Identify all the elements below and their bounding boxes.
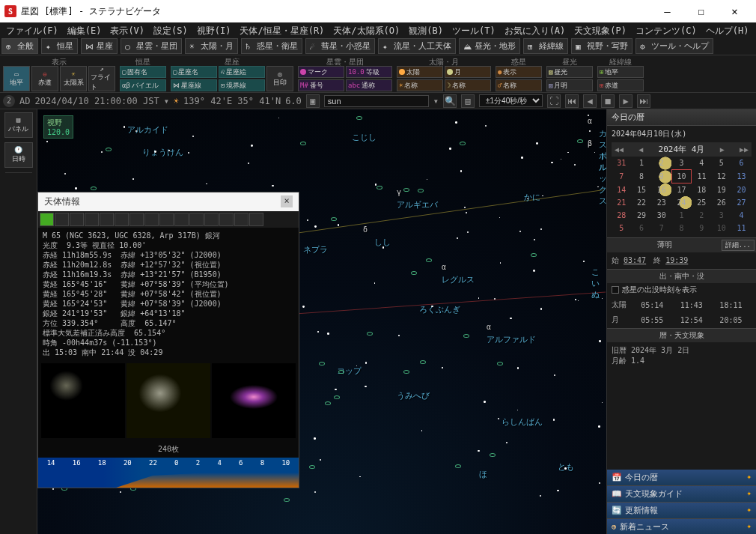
coords[interactable]: 139° 42'E 35° 41'N (183, 96, 281, 106)
btn-moonname[interactable]: ☽名称 (445, 79, 491, 91)
now-icon[interactable]: ☀ (174, 96, 179, 106)
tab-daylight[interactable]: ⛰昼光・地形 (459, 38, 520, 54)
btn-moon[interactable]: 月 (445, 66, 491, 78)
close-button[interactable]: ✕ (718, 0, 752, 22)
info-tb-6[interactable] (115, 213, 129, 226)
btn-horizon[interactable]: ▭地平 (3, 66, 30, 91)
btn-boundary[interactable]: ⊡境界線 (219, 79, 265, 91)
play-button[interactable]: ▶ (619, 94, 632, 108)
btn-propername[interactable]: ▢固有名 (120, 66, 166, 78)
menu-phenom[interactable]: 天文現象(P) (571, 24, 630, 38)
btn-solarsys[interactable]: ☀太陽系 (60, 66, 87, 91)
btn-flight[interactable]: ↗フライト (88, 66, 115, 91)
cal-next-month[interactable]: ▶ (720, 145, 725, 154)
link-news[interactable]: ⊕新着ニュース✦ (607, 519, 756, 534)
thumb-2[interactable] (126, 363, 210, 438)
altitude-timeline[interactable]: 14161820220246810 (38, 458, 299, 488)
menu-edit[interactable]: 編集(E) (64, 24, 105, 38)
tab-neb[interactable]: ◯星雲・星団 (121, 38, 182, 54)
menu-objects[interactable]: 天体/恒星・星座(R) (237, 24, 327, 38)
menu-tools[interactable]: ツール(T) (449, 24, 499, 38)
btn-nebname[interactable]: abc通称 (346, 79, 392, 91)
menu-settings[interactable]: 設定(S) (150, 24, 191, 38)
btn-constline[interactable]: ⋈星座線 (171, 79, 217, 91)
btn-nebmark[interactable]: マーク (298, 66, 344, 78)
btn-nebnum[interactable]: M#番号 (298, 79, 344, 91)
ffwd-button[interactable]: ⏭ (637, 94, 650, 108)
list-button[interactable]: ▤ (461, 94, 475, 108)
info-close-button[interactable]: × (281, 195, 293, 207)
speed-select[interactable]: ±1分40秒/秒 (479, 94, 543, 107)
info-tb-9[interactable] (159, 213, 174, 226)
tab-toolhelp[interactable]: ⚙ツール・ヘルプ (635, 38, 713, 54)
dropdown-icon[interactable]: ▾ (164, 96, 169, 106)
btn-bayer[interactable]: αβバイエル (120, 79, 166, 91)
tab-planet[interactable]: ♄惑星・衛星 (241, 38, 302, 54)
view-number[interactable]: 2 (3, 95, 15, 107)
info-tb-11[interactable] (189, 213, 204, 226)
info-tb-2[interactable] (55, 213, 69, 226)
thumb-3[interactable] (212, 363, 296, 438)
menu-solarsys[interactable]: 天体/太陽系(O) (330, 24, 403, 38)
rewind-button[interactable]: ⏮ (565, 94, 579, 108)
tab-stars[interactable]: ✦恒星 (41, 38, 78, 54)
info-tb-14[interactable] (234, 213, 249, 226)
minimize-button[interactable]: — (650, 0, 684, 22)
detail-button[interactable]: 詳細... (722, 240, 755, 251)
back-button[interactable]: ◀ (583, 94, 597, 108)
step-button[interactable]: ⛶ (547, 94, 561, 108)
cal-prev-month[interactable]: ◀ (638, 145, 643, 154)
btn-sun[interactable]: 太陽 (397, 66, 443, 78)
planet-check[interactable]: 惑星の出没時刻を表示 (607, 283, 756, 297)
fov[interactable]: 6.0 (285, 96, 302, 106)
btn-equator[interactable]: ⊖赤道 (31, 66, 58, 91)
thumb-1[interactable] (41, 363, 125, 438)
info-tb-15[interactable] (249, 213, 263, 226)
btn-constpic[interactable]: ♌星座絵 (219, 66, 265, 78)
menu-file[interactable]: ファイル(F) (3, 24, 61, 38)
info-tb-8[interactable] (144, 213, 159, 226)
menu-fov[interactable]: 視野(I) (194, 24, 234, 38)
info-tb-7[interactable] (129, 213, 144, 226)
menu-contents[interactable]: コンテンツ(C) (632, 24, 700, 38)
cal-next-year[interactable]: ▶▶ (740, 145, 749, 154)
stop-button[interactable]: ■ (601, 94, 615, 108)
info-tb-1[interactable] (40, 213, 54, 226)
tab-meteor[interactable]: ✦流星・人工天体 (378, 38, 456, 54)
btn-planetname[interactable]: ♂名称 (496, 79, 542, 91)
info-tb-10[interactable] (174, 213, 189, 226)
menu-fav[interactable]: お気に入り(A) (502, 24, 569, 38)
btn-nebmag[interactable]: 10.0等級 (346, 66, 392, 78)
search-button[interactable]: 🔍 (443, 94, 457, 108)
btn-daylight[interactable]: ▨昼光 (546, 66, 593, 78)
btn-grideq[interactable]: ⊞赤道 (597, 79, 644, 91)
maximize-button[interactable]: ☐ (684, 0, 718, 22)
btn-sunname[interactable]: ☀名称 (397, 79, 443, 91)
info-tb-4[interactable] (85, 213, 99, 226)
btn-marker[interactable]: ◎目印 (266, 66, 293, 91)
fov-reset[interactable]: ▣ (306, 94, 320, 108)
tab-comet[interactable]: ☄彗星・小惑星 (305, 38, 375, 54)
link-today[interactable]: 📅今日の暦✦ (607, 470, 756, 486)
btn-moonlight[interactable]: ▨月明 (546, 79, 593, 91)
btn-gridhz[interactable]: ⊞地平 (597, 66, 644, 78)
info-tb-13[interactable] (219, 213, 234, 226)
cal-prev-year[interactable]: ◀◀ (615, 145, 624, 154)
menu-help[interactable]: ヘルプ(H) (703, 24, 752, 38)
tab-sunmoon[interactable]: ☀太陽・月 (185, 38, 238, 54)
datetime-panel[interactable]: 🕐日時 (4, 142, 33, 168)
tab-photo[interactable]: ▣視野・写野 (571, 38, 632, 54)
info-tb-3[interactable] (70, 213, 84, 226)
info-tb-12[interactable] (204, 213, 219, 226)
btn-planetshow[interactable]: ●表示 (496, 66, 542, 78)
tab-grid[interactable]: ⊞経緯線 (523, 38, 568, 54)
info-tb-5[interactable] (100, 213, 114, 226)
datetime[interactable]: 2024/04/10 21:00:00 JST (34, 96, 159, 106)
btn-constname[interactable]: ▢星座名 (171, 66, 217, 78)
link-guide[interactable]: 📖天文現象ガイド✦ (607, 486, 756, 503)
search-input[interactable] (324, 95, 429, 107)
panel-toggle[interactable]: ▤パネル (4, 112, 33, 138)
menu-observe[interactable]: 観測(B) (406, 24, 446, 38)
calendar-table[interactable]: 3112345678910111213141516171819202122232… (612, 157, 752, 234)
menu-view[interactable]: 表示(V) (107, 24, 147, 38)
